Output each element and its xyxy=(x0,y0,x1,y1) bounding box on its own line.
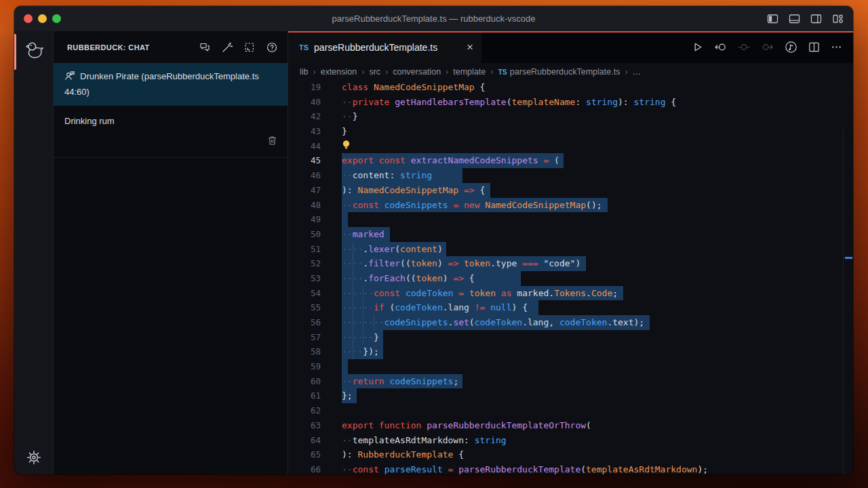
code-line[interactable]: 56········codeSnippets.set(codeToken.lan… xyxy=(288,315,853,330)
run-debug-circle-icon[interactable] xyxy=(784,40,798,54)
code-token: NamedCodeSnippetMap xyxy=(485,200,586,210)
code-line[interactable]: 49 xyxy=(288,212,853,227)
window-title: parseRubberduckTemplate.ts — rubberduck-… xyxy=(332,14,536,24)
code-line[interactable]: 42··} xyxy=(288,109,853,124)
start-chat-icon[interactable] xyxy=(199,41,211,54)
code-token: content xyxy=(400,244,437,254)
split-editor-icon[interactable] xyxy=(808,41,821,54)
code-token: return xyxy=(353,376,384,386)
code-token: ( xyxy=(384,302,395,312)
code-line[interactable]: 61}; xyxy=(288,388,853,403)
settings-gear-icon[interactable] xyxy=(14,449,53,466)
line-content: ··} xyxy=(342,109,357,124)
toggle-primary-sidebar-icon[interactable] xyxy=(766,12,779,25)
breadcrumb-item[interactable]: TSparseRubberduckTemplate.ts xyxy=(498,67,620,77)
tab-close-icon[interactable]: × xyxy=(467,41,473,53)
code-line[interactable]: 62 xyxy=(288,403,853,418)
code-editor[interactable]: 19class NamedCodeSnippetMap {40··private… xyxy=(288,80,853,474)
minimize-window-button[interactable] xyxy=(38,14,47,23)
code-line[interactable]: 53····.forEach((token) => { xyxy=(288,271,853,286)
breadcrumb-item[interactable]: extension xyxy=(321,67,357,77)
chat-item-title: Drinking rum xyxy=(64,116,115,126)
step-forward-icon[interactable] xyxy=(760,41,774,54)
code-token: NamedCodeSnippetMap xyxy=(357,185,458,195)
diagnose-selection-icon[interactable] xyxy=(243,41,256,54)
sidebar-header: RUBBERDUCK: CHAT xyxy=(54,31,288,63)
line-content: ··private getHandlebarsTemplate(template… xyxy=(342,95,676,110)
code-line[interactable]: 48··const codeSnippets = new NamedCodeSn… xyxy=(288,198,853,213)
line-number: 59 xyxy=(288,359,321,374)
breadcrumb-item[interactable]: src xyxy=(369,67,380,77)
indent-guide xyxy=(363,300,363,315)
code-line[interactable]: 45export const extractNamedCodeSnippets … xyxy=(288,153,853,168)
code-line[interactable]: 54······const codeToken = token as marke… xyxy=(288,286,853,301)
code-line[interactable]: 19class NamedCodeSnippetMap { xyxy=(288,80,853,95)
chat-list-item-active[interactable]: Drunken Pirate (parseRubberduckTemplate.… xyxy=(54,63,288,106)
code-line[interactable]: 59 xyxy=(288,359,853,374)
code-token xyxy=(400,288,406,298)
zoom-window-button[interactable] xyxy=(52,14,61,23)
breadcrumb-item[interactable]: … xyxy=(633,67,642,77)
code-line[interactable]: 65): RubberduckTemplate { xyxy=(288,447,853,462)
code-line[interactable]: 60··return codeSnippets; xyxy=(288,374,853,389)
line-content: ······const codeToken = token as marked.… xyxy=(342,286,623,301)
overview-ruler[interactable] xyxy=(843,129,853,474)
edit-code-wand-icon[interactable] xyxy=(221,41,233,54)
code-token: extractNamedCodeSnippets xyxy=(411,155,538,165)
code-line[interactable]: 57······} xyxy=(288,330,853,345)
sidebar-title: RUBBERDUCK: CHAT xyxy=(67,43,199,52)
selection-highlight xyxy=(342,212,348,227)
line-content: ··marked xyxy=(342,227,390,242)
more-actions-icon[interactable] xyxy=(830,41,843,54)
code-line[interactable]: 52····.filter((token) => token.type === … xyxy=(288,256,853,271)
whitespace-dots: ·· xyxy=(342,229,353,239)
line-content: ····.lexer(content) xyxy=(342,242,446,257)
code-token: => xyxy=(453,273,464,283)
step-over-icon[interactable] xyxy=(737,41,751,54)
code-token: codeToken xyxy=(475,317,522,327)
toggle-secondary-sidebar-icon[interactable] xyxy=(810,12,823,25)
breadcrumb-item[interactable]: lib xyxy=(300,67,309,77)
code-line[interactable]: 44 xyxy=(288,139,853,154)
line-number: 45 xyxy=(288,153,321,168)
line-number: 51 xyxy=(288,242,321,257)
code-line[interactable]: 46··content: string xyxy=(288,168,853,183)
code-line[interactable]: 63export function parseRubberduckTemplat… xyxy=(288,418,853,433)
code-line[interactable]: 55······if (codeToken.lang != null) { xyxy=(288,300,853,315)
code-token xyxy=(374,155,379,165)
code-token: ): xyxy=(618,97,633,107)
code-token: content xyxy=(353,170,390,180)
traffic-lights xyxy=(24,14,61,23)
help-icon[interactable] xyxy=(266,41,278,54)
breadcrumb-item[interactable]: conversation xyxy=(393,67,441,77)
code-token: private xyxy=(353,97,390,107)
toggle-panel-icon[interactable] xyxy=(788,12,801,25)
code-line[interactable]: 51····.lexer(content) xyxy=(288,242,853,257)
code-line[interactable]: 40··private getHandlebarsTemplate(templa… xyxy=(288,95,853,110)
selection-highlight: ····.filter((token) => token.type === "c… xyxy=(342,256,586,271)
tab-parseRubberduckTemplate[interactable]: TS parseRubberduckTemplate.ts × xyxy=(288,31,481,63)
code-line[interactable]: 43} xyxy=(288,124,853,139)
chat-list-item[interactable]: Drinking rum xyxy=(54,106,288,158)
breadcrumb-item[interactable]: template xyxy=(453,67,486,77)
whitespace-dots: ······ xyxy=(342,302,374,312)
code-line[interactable]: 66··const parseResult = parseRubberduckT… xyxy=(288,462,853,474)
run-icon[interactable] xyxy=(691,41,704,54)
indent-guide xyxy=(353,271,353,286)
step-back-icon[interactable] xyxy=(713,41,728,54)
customize-layout-icon[interactable] xyxy=(831,12,844,25)
code-token: ( xyxy=(549,155,559,165)
lightbulb-icon[interactable] xyxy=(342,141,351,151)
activity-rubberduck-item[interactable] xyxy=(14,33,53,71)
delete-chat-trash-icon[interactable] xyxy=(267,135,278,150)
indent-guide xyxy=(353,330,353,345)
code-line[interactable]: 64··templateAsRdtMarkdown: string xyxy=(288,433,853,448)
selection-highlight: }; xyxy=(342,388,357,403)
code-line[interactable]: 50··marked xyxy=(288,227,853,242)
activity-bar xyxy=(14,31,53,474)
close-window-button[interactable] xyxy=(24,14,33,23)
code-token: ( xyxy=(469,317,475,327)
code-line[interactable]: 58····}); xyxy=(288,344,853,359)
code-line[interactable]: 47): NamedCodeSnippetMap => { xyxy=(288,183,853,198)
code-token: = xyxy=(458,288,464,298)
